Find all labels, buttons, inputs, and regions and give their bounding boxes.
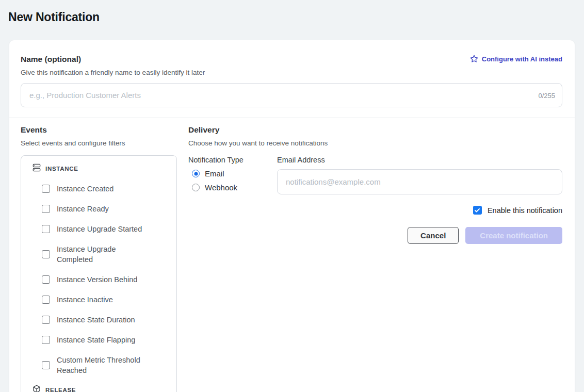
notification-type-label: Notification Type bbox=[188, 156, 277, 164]
checkbox-unchecked[interactable] bbox=[42, 296, 50, 304]
radio-option-email[interactable]: Email bbox=[192, 169, 277, 178]
events-list: INSTANCE Instance Created Instance Ready… bbox=[21, 155, 177, 392]
event-group-release: RELEASE bbox=[33, 385, 170, 392]
name-section-title: Name (optional) bbox=[21, 55, 81, 64]
checkbox-unchecked[interactable] bbox=[42, 336, 50, 344]
checkbox-checked-icon[interactable] bbox=[473, 206, 482, 215]
event-label: Custom Metric Threshold Reached bbox=[57, 355, 151, 375]
radio-selected-icon[interactable] bbox=[192, 170, 200, 177]
events-subtitle: Select events and configure filters bbox=[21, 139, 177, 147]
event-label: Instance Version Behind bbox=[57, 274, 137, 285]
char-counter: 0/255 bbox=[538, 91, 555, 99]
event-item-instance-ready[interactable]: Instance Ready bbox=[42, 204, 170, 214]
event-item-instance-state-flapping[interactable]: Instance State Flapping bbox=[42, 335, 170, 345]
radio-unselected-icon[interactable] bbox=[192, 184, 200, 191]
event-label: Instance Upgrade Started bbox=[57, 224, 142, 234]
event-label: Instance Created bbox=[57, 184, 113, 194]
radio-label: Webhook bbox=[205, 183, 237, 192]
events-section: Events Select events and configure filte… bbox=[21, 125, 177, 392]
delivery-subtitle: Choose how you want to receive notificat… bbox=[188, 139, 562, 147]
event-label: Instance State Flapping bbox=[57, 335, 135, 345]
event-label: Instance Inactive bbox=[57, 295, 113, 305]
event-item-instance-version-behind[interactable]: Instance Version Behind bbox=[42, 274, 170, 285]
enable-notification-label: Enable this notification bbox=[488, 206, 562, 215]
checkbox-unchecked[interactable] bbox=[42, 225, 50, 233]
email-address-label: Email Address bbox=[277, 156, 562, 164]
delivery-title: Delivery bbox=[188, 125, 562, 135]
radio-option-webhook[interactable]: Webhook bbox=[192, 183, 277, 192]
delivery-section: Delivery Choose how you want to receive … bbox=[188, 125, 562, 392]
cancel-button[interactable]: Cancel bbox=[408, 227, 459, 244]
checkbox-unchecked[interactable] bbox=[42, 316, 50, 324]
event-item-instance-state-duration[interactable]: Instance State Duration bbox=[42, 315, 170, 325]
new-notification-card: Name (optional) Configure with AI instea… bbox=[9, 40, 575, 392]
radio-label: Email bbox=[205, 169, 224, 178]
server-icon bbox=[33, 164, 41, 174]
page-title: New Notification bbox=[8, 10, 584, 24]
name-section: Name (optional) Configure with AI instea… bbox=[9, 40, 575, 107]
create-notification-button[interactable]: Create notification bbox=[465, 227, 562, 244]
event-group-label: RELEASE bbox=[45, 387, 76, 392]
event-item-instance-upgrade-started[interactable]: Instance Upgrade Started bbox=[42, 224, 170, 234]
notification-name-input[interactable] bbox=[21, 83, 562, 107]
checkbox-unchecked[interactable] bbox=[42, 275, 50, 284]
event-item-instance-upgrade-completed[interactable]: Instance Upgrade Completed bbox=[42, 244, 170, 265]
package-icon bbox=[33, 385, 41, 392]
event-item-instance-inactive[interactable]: Instance Inactive bbox=[42, 295, 170, 305]
checkbox-unchecked[interactable] bbox=[42, 250, 50, 258]
event-label: Instance State Duration bbox=[57, 315, 135, 325]
checkbox-unchecked[interactable] bbox=[42, 185, 50, 193]
checkbox-unchecked[interactable] bbox=[42, 205, 50, 213]
event-label: Instance Ready bbox=[57, 204, 109, 214]
checkbox-unchecked[interactable] bbox=[42, 361, 50, 369]
event-label: Instance Upgrade Completed bbox=[57, 244, 151, 265]
name-helper-text: Give this notification a friendly name t… bbox=[21, 69, 562, 76]
configure-with-ai-label: Configure with AI instead bbox=[482, 55, 562, 63]
events-title: Events bbox=[21, 125, 177, 135]
event-item-custom-metric-threshold[interactable]: Custom Metric Threshold Reached bbox=[42, 355, 170, 375]
event-item-instance-created[interactable]: Instance Created bbox=[42, 184, 170, 194]
email-address-input[interactable] bbox=[277, 169, 562, 194]
configure-with-ai-link[interactable]: Configure with AI instead bbox=[470, 55, 562, 63]
event-group-instance: INSTANCE bbox=[33, 164, 170, 174]
enable-notification-toggle[interactable]: Enable this notification bbox=[188, 206, 562, 215]
event-group-label: INSTANCE bbox=[45, 166, 78, 172]
star-icon bbox=[470, 55, 478, 63]
